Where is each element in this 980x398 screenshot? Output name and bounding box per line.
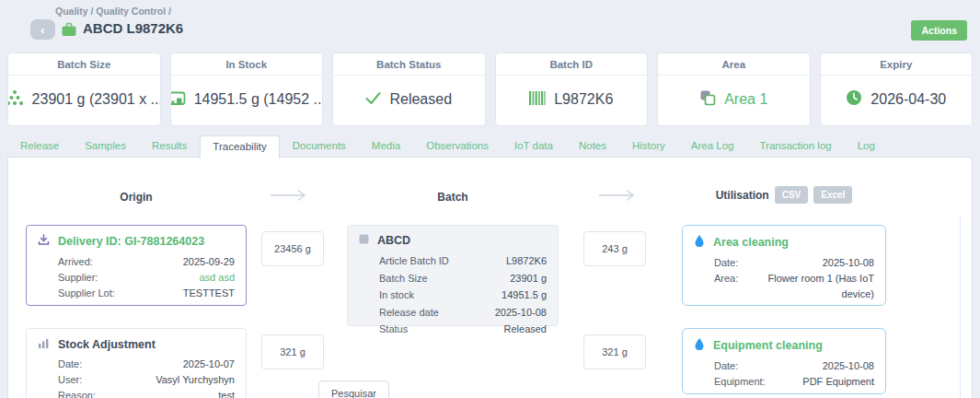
stat-value-in-stock: 14951.5 g (14952 ... (194, 91, 322, 108)
stat-value-area-link[interactable]: Area 1 (724, 91, 767, 108)
breadcrumb[interactable]: Quality / Quality Control / (55, 6, 171, 17)
tab-results[interactable]: Results (139, 135, 200, 158)
tab-history[interactable]: History (619, 135, 678, 158)
supplier-link[interactable]: asd asd (199, 270, 235, 286)
tab-samples[interactable]: Samples (72, 135, 139, 158)
card-row: In stock 14951.5 g (379, 287, 547, 304)
tab-documents[interactable]: Documents (280, 135, 359, 158)
traceability-panel: Origin Batch Utilisation CSV Excel Deliv… (7, 157, 973, 398)
search-button[interactable]: Pesquisar (318, 380, 389, 398)
origin-column-header: Origin (26, 191, 247, 204)
card-row: Article Batch ID L9872K6 (379, 252, 547, 270)
stat-card-batch-id: Batch ID L9872K6 (495, 53, 649, 126)
batch-briefcase-icon (61, 22, 77, 41)
stat-label: In Stock (171, 53, 323, 76)
batch-square-icon (359, 234, 369, 247)
water-drop-icon (694, 337, 705, 353)
check-icon (365, 91, 381, 109)
card-row: Date: 2025-10-07 (58, 357, 235, 372)
origin-card-stock-adjustment[interactable]: Stock Adjustment Date: 2025-10-07 User: … (26, 328, 247, 398)
tab-area-log[interactable]: Area Log (678, 135, 747, 158)
card-row: Arrived: 2025-09-29 (58, 254, 235, 270)
page-title: ABCD L9872K6 (83, 20, 183, 36)
tab-media[interactable]: Media (359, 135, 413, 158)
utilisation-quantity-box[interactable]: 321 g (583, 334, 646, 369)
tab-iot-data[interactable]: IoT data (502, 135, 566, 158)
stat-card-in-stock: In Stock 14951.5 g (14952 ... (170, 53, 324, 126)
card-row: Reason: test (58, 388, 235, 398)
actions-button[interactable]: Actions (911, 20, 967, 41)
stat-label: Batch ID (496, 53, 648, 76)
batch-column-header: Batch (347, 191, 559, 204)
export-csv-button[interactable]: CSV (775, 186, 809, 204)
stat-card-batch-size: Batch Size 23901 g (23901 x ... (7, 53, 161, 126)
delivery-download-icon (38, 234, 50, 249)
stat-card-expiry: Expiry 2026-04-30 (820, 53, 974, 126)
batch-card-title: ABCD (377, 234, 410, 247)
card-row: Date: 2025-10-08 (714, 255, 874, 271)
warehouse-icon (171, 90, 186, 110)
stat-cards-row: Batch Size 23901 g (23901 x ... In Stock (7, 53, 973, 126)
cluster-icon (8, 89, 24, 110)
utilisation-column-header: Utilisation (716, 189, 769, 202)
origin-quantity-box[interactable]: 321 g (261, 334, 324, 369)
card-row: Batch Size 23901 g (379, 270, 547, 287)
export-excel-button[interactable]: Excel (813, 186, 852, 204)
arrow-right-icon (268, 189, 308, 205)
card-row: Area: Flower room 1 (Has IoT device) (714, 271, 874, 302)
utilisation-quantity-box[interactable]: 243 g (583, 231, 646, 266)
area-icon (699, 89, 716, 110)
barcode-icon (529, 91, 546, 109)
batch-card: ABCD Article Batch ID L9872K6 Batch Size… (347, 225, 559, 326)
card-row: Supplier: asd asd (58, 270, 235, 286)
tab-log[interactable]: Log (845, 135, 888, 158)
water-drop-icon (694, 234, 705, 250)
vertical-scrollbar-track[interactable] (960, 217, 961, 398)
stat-value-batch-status: Released (389, 91, 452, 108)
tab-bar: Release Samples Results Traceability Doc… (7, 135, 888, 158)
stat-label: Batch Status (333, 53, 485, 76)
tab-transaction-log[interactable]: Transaction log (746, 135, 844, 158)
origin-card-delivery[interactable]: Delivery ID: GI-7881264023 Arrived: 2025… (26, 225, 247, 306)
equipment-cleaning-card-title: Equipment cleaning (713, 339, 823, 352)
clock-icon (846, 89, 862, 110)
stat-card-batch-status: Batch Status Released (332, 53, 486, 126)
stat-value-expiry: 2026-04-30 (870, 91, 946, 108)
utilisation-card-equipment-cleaning[interactable]: Equipment cleaning Date: 2025-10-08 Equi… (682, 328, 886, 394)
tab-notes[interactable]: Notes (566, 135, 619, 158)
stat-value-batch-size: 23901 g (23901 x ... (32, 91, 160, 108)
tab-observations[interactable]: Observations (413, 135, 502, 158)
stat-label: Area (658, 53, 810, 76)
stock-adjustment-chart-icon (38, 337, 50, 351)
tab-traceability[interactable]: Traceability (200, 135, 279, 158)
stat-value-batch-id: L9872K6 (554, 91, 613, 108)
card-row: User: Vasyl Yurchyshyn (58, 372, 235, 388)
card-row: Equipment: PDF Equipment (714, 374, 874, 390)
origin-quantity-box[interactable]: 23456 g (261, 231, 324, 266)
stat-label: Expiry (821, 53, 973, 76)
card-row: Date: 2025-10-08 (714, 358, 874, 374)
delivery-card-title: Delivery ID: GI-7881264023 (58, 235, 204, 248)
stat-card-area: Area Area 1 (657, 53, 811, 126)
tab-release[interactable]: Release (7, 135, 72, 158)
back-button[interactable]: ‹ (30, 19, 55, 40)
arrow-right-icon (596, 189, 637, 205)
utilisation-card-area-cleaning[interactable]: Area cleaning Date: 2025-10-08 Area: Flo… (682, 225, 886, 306)
area-cleaning-card-title: Area cleaning (713, 236, 789, 249)
card-row: Supplier Lot: TESTTEST (58, 286, 235, 301)
card-row: Release date 2025-10-08 (379, 304, 547, 322)
stock-adjustment-card-title: Stock Adjustment (58, 338, 156, 351)
card-row: Status Released (379, 321, 547, 338)
chevron-left-icon: ‹ (40, 23, 44, 37)
stat-label: Batch Size (8, 53, 160, 76)
